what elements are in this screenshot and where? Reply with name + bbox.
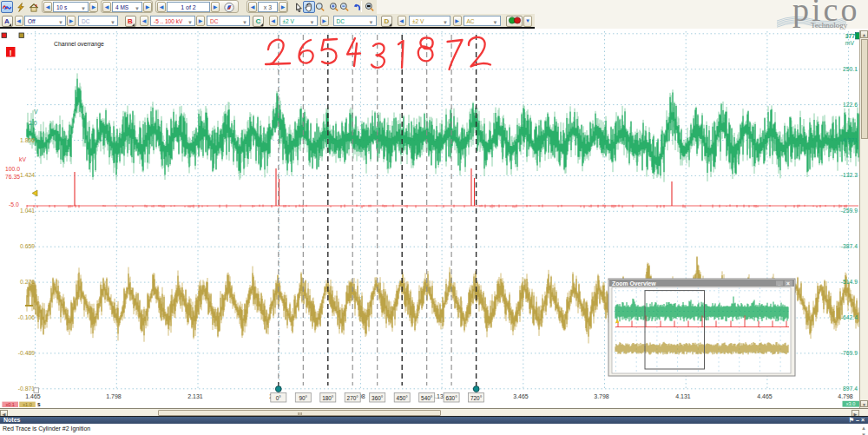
svg-text:76.35: 76.35 <box>5 174 20 180</box>
svg-text:360°: 360° <box>372 395 384 401</box>
svg-text:Channel overrange: Channel overrange <box>54 41 104 48</box>
svg-text:Zoom Overview: Zoom Overview <box>612 280 656 287</box>
svg-text:100.0: 100.0 <box>5 166 20 172</box>
svg-text:250.1: 250.1 <box>843 66 858 72</box>
svg-text:_: _ <box>777 280 781 286</box>
svg-text:0°: 0° <box>276 395 282 401</box>
svg-text:270°: 270° <box>347 395 359 401</box>
svg-text:450°: 450° <box>397 395 409 401</box>
svg-text:0.659: 0.659 <box>20 243 35 249</box>
svg-text:×: × <box>786 280 790 287</box>
svg-text:3.798: 3.798 <box>594 393 609 399</box>
svg-text:x3.0: x3.0 <box>846 401 856 406</box>
svg-text:3.465: 3.465 <box>513 393 529 399</box>
svg-text:1.798: 1.798 <box>106 393 122 399</box>
svg-text:-259.9: -259.9 <box>841 208 858 214</box>
svg-text:0.276: 0.276 <box>20 279 35 285</box>
svg-text:4.465: 4.465 <box>757 393 773 399</box>
svg-text:1.424: 1.424 <box>20 172 35 178</box>
svg-text:-0.871: -0.871 <box>18 386 35 392</box>
svg-text:-0.106: -0.106 <box>18 314 35 320</box>
svg-text:2.0: 2.0 <box>29 120 37 126</box>
svg-text:377: 377 <box>845 33 856 39</box>
svg-text:V: V <box>34 109 38 115</box>
svg-text:x1.0: x1.0 <box>23 402 32 407</box>
svg-text:1.465: 1.465 <box>25 393 41 399</box>
svg-text:4.798: 4.798 <box>838 393 853 399</box>
svg-text:kV: kV <box>19 156 26 162</box>
svg-text:720°: 720° <box>470 395 483 401</box>
svg-text:1.041: 1.041 <box>20 208 35 214</box>
svg-text:-5.0: -5.0 <box>9 201 19 208</box>
svg-text:mV: mV <box>845 40 855 46</box>
svg-text:4.131: 4.131 <box>675 393 691 399</box>
svg-text:!: ! <box>10 49 12 57</box>
svg-text:630°: 630° <box>445 395 457 401</box>
svg-text:-642.4: -642.4 <box>841 314 858 320</box>
svg-text:540°: 540° <box>421 395 433 401</box>
svg-text:90°: 90° <box>299 395 307 401</box>
svg-text:-0.489: -0.489 <box>18 350 35 356</box>
svg-text:s: s <box>37 401 41 407</box>
svg-text:-514.9: -514.9 <box>841 279 858 285</box>
svg-text:-387.4: -387.4 <box>841 243 858 249</box>
svg-text:122.6: 122.6 <box>843 102 858 108</box>
svg-text:180°: 180° <box>322 395 334 401</box>
svg-text:897.4: 897.4 <box>843 386 858 392</box>
svg-text:1.806: 1.806 <box>20 137 35 143</box>
svg-text:-4.871: -4.871 <box>841 137 858 143</box>
svg-text:2.131: 2.131 <box>187 393 203 399</box>
svg-text:-132.3: -132.3 <box>841 172 858 178</box>
svg-text:x0.1: x0.1 <box>5 402 15 407</box>
svg-text:-769.9: -769.9 <box>841 350 858 356</box>
